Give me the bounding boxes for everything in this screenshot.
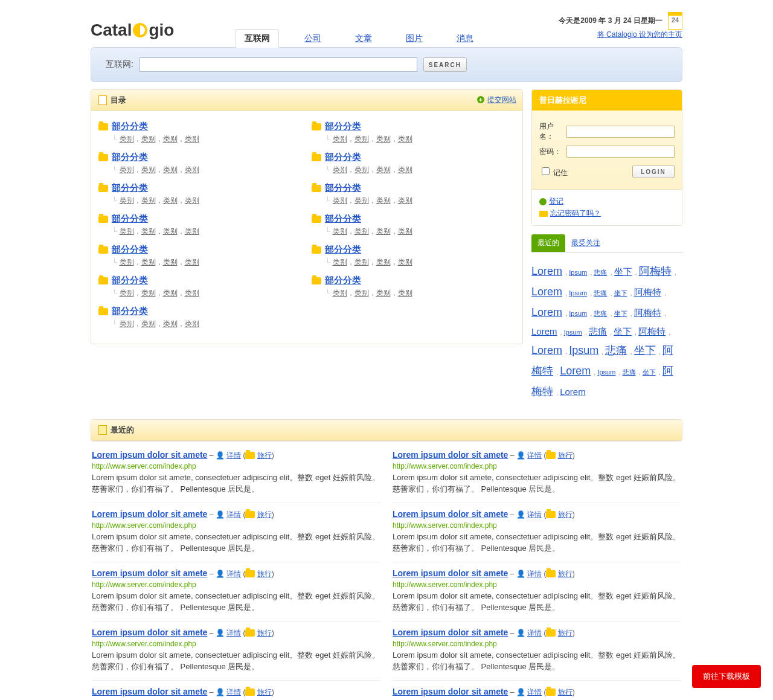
details-link[interactable]: 详情	[226, 451, 241, 460]
category-link[interactable]: 部分分类	[325, 213, 361, 225]
recent-item-title[interactable]: Lorem ipsum dolor sit amete	[92, 450, 207, 460]
category-link[interactable]: 部分分类	[112, 275, 148, 286]
tag-link[interactable]: Lorem	[560, 387, 586, 397]
subcategory-link[interactable]: 类别	[185, 319, 199, 328]
subcategory-link[interactable]: 类别	[120, 196, 134, 205]
subcategory-link[interactable]: 类别	[163, 196, 178, 205]
set-homepage-link[interactable]: 将 Catalogio 设为您的主页	[597, 30, 682, 39]
tag-link[interactable]: 阿梅特	[638, 326, 666, 336]
tag-link[interactable]: Lorem	[531, 326, 557, 336]
subcategory-link[interactable]: 类别	[163, 258, 178, 266]
tag-link[interactable]: 阿梅特	[639, 265, 672, 277]
category-link[interactable]: 部分分类	[112, 306, 148, 317]
subcategory-link[interactable]: 类别	[354, 196, 369, 205]
details-link[interactable]: 详情	[527, 451, 542, 460]
travel-link[interactable]: 旅行	[558, 451, 573, 460]
details-link[interactable]: 详情	[527, 510, 542, 519]
tag-link[interactable]: Ipsum	[569, 269, 587, 276]
travel-link[interactable]: 旅行	[558, 629, 573, 637]
tag-link[interactable]: 阿梅特	[634, 287, 661, 297]
nav-tab-2[interactable]: 文章	[347, 30, 380, 48]
subcategory-link[interactable]: 类别	[333, 227, 347, 236]
travel-link[interactable]: 旅行	[257, 688, 272, 696]
details-link[interactable]: 详情	[527, 688, 542, 696]
recent-item-title[interactable]: Lorem ipsum dolor sit amete	[393, 687, 508, 696]
category-link[interactable]: 部分分类	[112, 152, 148, 163]
subcategory-link[interactable]: 类别	[120, 227, 134, 236]
tag-link[interactable]: 坐下	[634, 344, 656, 356]
subcategory-link[interactable]: 类别	[376, 227, 391, 236]
subcategory-link[interactable]: 类别	[141, 258, 156, 266]
forgot-password-link[interactable]: 忘记密码了吗？	[550, 209, 601, 217]
subcategory-link[interactable]: 类别	[120, 165, 134, 174]
recent-item-title[interactable]: Lorem ipsum dolor sit amete	[393, 568, 508, 578]
search-input[interactable]	[140, 57, 417, 72]
tag-link[interactable]: Lorem	[531, 306, 562, 318]
search-button[interactable]: SEARCH	[423, 57, 467, 72]
subcategory-link[interactable]: 类别	[185, 165, 199, 174]
remember-checkbox-label[interactable]: 记住	[539, 165, 568, 178]
tag-link[interactable]: 坐下	[614, 310, 627, 317]
subcategory-link[interactable]: 类别	[163, 135, 178, 143]
tag-link[interactable]: Lorem	[531, 344, 562, 356]
subcategory-link[interactable]: 类别	[333, 196, 347, 205]
tag-tab-1[interactable]: 最受关注	[565, 234, 606, 252]
tag-link[interactable]: Lorem	[531, 265, 562, 277]
subcategory-link[interactable]: 类别	[141, 135, 156, 143]
tag-link[interactable]: 悲痛	[594, 289, 607, 297]
travel-link[interactable]: 旅行	[558, 688, 573, 696]
download-template-button[interactable]: 前往下载模板	[692, 665, 761, 688]
nav-tab-3[interactable]: 图片	[397, 30, 431, 48]
nav-tab-0[interactable]: 互联网	[236, 29, 279, 48]
recent-item-title[interactable]: Lorem ipsum dolor sit amete	[92, 568, 207, 578]
details-link[interactable]: 详情	[226, 570, 241, 578]
subcategory-link[interactable]: 类别	[333, 258, 347, 266]
subcategory-link[interactable]: 类别	[120, 135, 134, 143]
category-link[interactable]: 部分分类	[112, 182, 148, 194]
recent-item-title[interactable]: Lorem ipsum dolor sit amete	[92, 509, 207, 519]
nav-tab-1[interactable]: 公司	[296, 30, 330, 48]
details-link[interactable]: 详情	[527, 570, 542, 578]
tag-link[interactable]: 悲痛	[605, 344, 627, 356]
subcategory-link[interactable]: 类别	[141, 196, 156, 205]
subcategory-link[interactable]: 类别	[333, 165, 347, 174]
subcategory-link[interactable]: 类别	[376, 196, 391, 205]
tag-link[interactable]: Lorem	[560, 365, 591, 377]
tag-link[interactable]: 阿梅特	[634, 307, 661, 318]
subcategory-link[interactable]: 类别	[376, 289, 391, 297]
subcategory-link[interactable]: 类别	[376, 135, 391, 143]
travel-link[interactable]: 旅行	[257, 629, 272, 637]
tag-link[interactable]: 悲痛	[589, 326, 607, 336]
subcategory-link[interactable]: 类别	[163, 227, 178, 236]
subcategory-link[interactable]: 类别	[354, 289, 369, 297]
details-link[interactable]: 详情	[226, 688, 241, 696]
category-link[interactable]: 部分分类	[325, 152, 361, 163]
subcategory-link[interactable]: 类别	[141, 319, 156, 328]
tag-link[interactable]: Ipsum	[569, 289, 587, 297]
tag-link[interactable]: Ipsum	[569, 344, 598, 356]
subcategory-link[interactable]: 类别	[376, 258, 391, 266]
tag-tab-0[interactable]: 最近的	[531, 234, 565, 252]
tag-link[interactable]: 坐下	[614, 266, 632, 277]
subcategory-link[interactable]: 类别	[398, 289, 412, 297]
travel-link[interactable]: 旅行	[257, 510, 272, 519]
recent-item-title[interactable]: Lorem ipsum dolor sit amete	[92, 628, 207, 637]
category-link[interactable]: 部分分类	[325, 121, 361, 132]
details-link[interactable]: 详情	[527, 629, 542, 637]
subcategory-link[interactable]: 类别	[398, 258, 412, 266]
subcategory-link[interactable]: 类别	[354, 258, 369, 266]
subcategory-link[interactable]: 类别	[120, 289, 134, 297]
subcategory-link[interactable]: 类别	[376, 165, 391, 174]
subcategory-link[interactable]: 类别	[163, 165, 178, 174]
travel-link[interactable]: 旅行	[257, 451, 272, 460]
password-input[interactable]	[566, 146, 675, 158]
remember-checkbox[interactable]	[542, 167, 550, 175]
travel-link[interactable]: 旅行	[257, 570, 272, 578]
nav-tab-4[interactable]: 消息	[448, 30, 482, 48]
category-link[interactable]: 部分分类	[112, 213, 148, 225]
tag-link[interactable]: 坐下	[643, 368, 656, 376]
subcategory-link[interactable]: 类别	[141, 165, 156, 174]
subcategory-link[interactable]: 类别	[354, 165, 369, 174]
tag-link[interactable]: Ipsum	[597, 368, 615, 376]
category-link[interactable]: 部分分类	[325, 275, 361, 286]
